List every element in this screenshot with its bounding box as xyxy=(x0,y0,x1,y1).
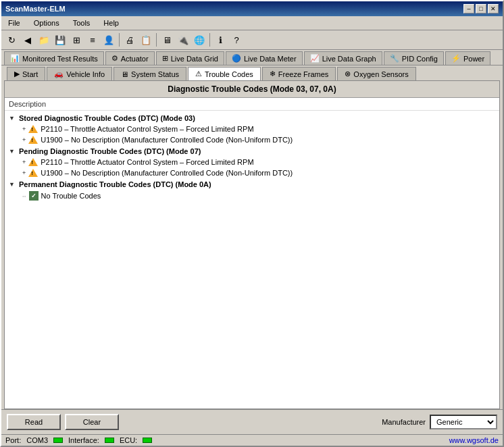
toolbar-grid[interactable]: ⊞ xyxy=(69,32,84,47)
toolbar-globe[interactable]: 🌐 xyxy=(192,32,207,47)
description-header: Description xyxy=(5,98,499,111)
close-button[interactable]: ✕ xyxy=(488,4,499,14)
ecu-label: ECU: xyxy=(120,436,137,444)
maximize-button[interactable]: □ xyxy=(476,4,486,14)
warning-icon: ⚠ xyxy=(195,70,202,78)
main-content-panel: Diagnostic Trouble Codes (Mode 03, 07, 0… xyxy=(4,81,500,409)
tab-freeze-frames[interactable]: ❄ Freeze Frames xyxy=(262,67,336,80)
start-icon: ▶ xyxy=(14,70,20,78)
tab-system-status-label: System Status xyxy=(131,70,179,78)
toolbar-open[interactable]: 📁 xyxy=(36,32,51,47)
tab-freeze-frames-label: Freeze Frames xyxy=(278,70,329,78)
tab-vehicle-info[interactable]: 🚗 Vehicle Info xyxy=(47,67,112,80)
list-item[interactable]: + U1900 – No Description (Manufacturer C… xyxy=(20,134,498,145)
tab-live-data-graph[interactable]: 📈 Live Data Graph xyxy=(304,51,382,65)
u1900-2-expand-icon: + xyxy=(22,169,26,176)
toolbar-save[interactable]: 💾 xyxy=(53,32,68,47)
warning-triangle-icon xyxy=(28,125,38,133)
window-controls: – □ ✕ xyxy=(463,4,499,14)
pid-icon: 🔧 xyxy=(390,54,399,63)
tab-oxygen-sensors-label: Oxygen Sensors xyxy=(353,70,408,78)
tab-live-data-grid-label: Live Data Grid xyxy=(171,55,218,63)
p2110-expand-icon: + xyxy=(22,126,26,132)
permanent-collapse-icon: ▼ xyxy=(9,181,15,188)
tab-system-status[interactable]: 🖥 System Status xyxy=(114,67,186,80)
list-item[interactable]: •• ✓ No Trouble Codes xyxy=(20,190,498,202)
toolbar-separator-3 xyxy=(209,33,210,47)
tab-pid-config[interactable]: 🔧 PID Config xyxy=(384,51,444,65)
u1900-2-label: U1900 – No Description (Manufacturer Con… xyxy=(41,169,293,177)
pending-collapse-icon: ▼ xyxy=(9,148,15,155)
gear-icon: ⚙ xyxy=(111,54,118,63)
no-trouble-label: No Trouble Codes xyxy=(41,192,101,200)
list-item[interactable]: + U1900 – No Description (Manufacturer C… xyxy=(20,167,498,178)
check-icon: ✓ xyxy=(29,191,39,201)
port-label: Port: xyxy=(5,436,21,444)
tab-power[interactable]: ⚡ Power xyxy=(445,51,490,65)
tab-actuator[interactable]: ⚙ Actuator xyxy=(105,51,155,65)
sensor-icon: ⊗ xyxy=(345,70,351,78)
clear-button[interactable]: Clear xyxy=(65,414,119,430)
toolbar-connect[interactable]: 🔌 xyxy=(176,32,191,47)
manufacturer-label: Manufacturer xyxy=(382,418,426,426)
port-value: COM3 xyxy=(26,436,48,444)
toolbar-separator-1 xyxy=(119,33,120,47)
tab-power-label: Power xyxy=(463,55,484,63)
pending-dtc-group: ▼ Pending Diagnostic Trouble Codes (DTC)… xyxy=(6,146,498,178)
tab-live-data-meter[interactable]: 🔵 Live Data Meter xyxy=(226,51,303,65)
tab-oxygen-sensors[interactable]: ⊗ Oxygen Sensors xyxy=(337,67,415,80)
chart-icon: 📊 xyxy=(10,54,20,63)
toolbar-back[interactable]: ◀ xyxy=(20,32,35,47)
permanent-dtc-children: •• ✓ No Trouble Codes xyxy=(20,190,498,202)
stored-dtc-label: Stored Diagnostic Trouble Codes (DTC) (M… xyxy=(19,114,195,122)
no-trouble-dot: •• xyxy=(22,193,26,199)
menu-options[interactable]: Options xyxy=(30,18,64,28)
toolbar-info[interactable]: ℹ xyxy=(213,32,228,47)
stored-collapse-icon: ▼ xyxy=(9,115,15,122)
permanent-dtc-group: ▼ Permanent Diagnostic Trouble Codes (DT… xyxy=(6,179,498,202)
menu-tools[interactable]: Tools xyxy=(69,18,95,28)
power-icon: ⚡ xyxy=(451,54,461,63)
toolbar-print[interactable]: 🖨 xyxy=(122,32,137,47)
manufacturer-select[interactable]: Generic Ford GM Toyota Honda BMW xyxy=(430,415,497,429)
toolbar-refresh[interactable]: ↻ xyxy=(4,32,19,47)
tab-trouble-codes[interactable]: ⚠ Trouble Codes xyxy=(188,67,261,80)
tab-live-data-meter-label: Live Data Meter xyxy=(244,55,297,63)
menu-bar: File Options Tools Help xyxy=(1,16,503,30)
stored-dtc-header[interactable]: ▼ Stored Diagnostic Trouble Codes (DTC) … xyxy=(6,113,498,124)
menu-help[interactable]: Help xyxy=(99,18,123,28)
u1900-expand-icon: + xyxy=(22,136,26,143)
toolbar-monitor[interactable]: 🖥 xyxy=(159,32,174,47)
status-bar: Port: COM3 Interface: ECU: www.wgsoft.de xyxy=(1,434,503,446)
tab-monitored-results[interactable]: 📊 Monitored Test Results xyxy=(4,51,104,65)
warning-triangle-icon-4 xyxy=(28,169,38,177)
u1900-label: U1900 – No Description (Manufacturer Con… xyxy=(41,136,293,144)
ecu-led xyxy=(143,438,152,443)
tab-vehicle-info-label: Vehicle Info xyxy=(66,70,105,78)
content-title: Diagnostic Trouble Codes (Mode 03, 07, 0… xyxy=(5,81,499,98)
list-item[interactable]: + P2110 – Throttle Actuator Control Syst… xyxy=(20,157,498,167)
menu-file[interactable]: File xyxy=(4,18,24,28)
permanent-dtc-header[interactable]: ▼ Permanent Diagnostic Trouble Codes (DT… xyxy=(6,179,498,190)
toolbar-copy[interactable]: 📋 xyxy=(138,32,153,47)
tab-actuator-label: Actuator xyxy=(121,55,149,63)
grid-icon: ⊞ xyxy=(162,54,168,63)
list-item[interactable]: + P2110 – Throttle Actuator Control Syst… xyxy=(20,124,498,134)
tab-monitored-results-label: Monitored Test Results xyxy=(22,55,98,63)
car-icon: 🚗 xyxy=(54,70,64,78)
website-link: www.wgsoft.de xyxy=(449,436,499,444)
tab-pid-config-label: PID Config xyxy=(402,55,438,63)
p2110-2-expand-icon: + xyxy=(22,159,26,165)
read-button[interactable]: Read xyxy=(7,414,61,430)
p2110-2-label: P2110 – Throttle Actuator Control System… xyxy=(41,158,253,166)
toolbar-user[interactable]: 👤 xyxy=(101,32,116,47)
minimize-button[interactable]: – xyxy=(463,4,474,14)
toolbar-list[interactable]: ≡ xyxy=(85,32,100,47)
toolbar-help[interactable]: ? xyxy=(229,32,244,47)
tab-start[interactable]: ▶ Start xyxy=(7,67,45,80)
pending-dtc-header[interactable]: ▼ Pending Diagnostic Trouble Codes (DTC)… xyxy=(6,146,498,157)
tab-live-data-grid[interactable]: ⊞ Live Data Grid xyxy=(156,51,224,65)
pending-dtc-children: + P2110 – Throttle Actuator Control Syst… xyxy=(20,157,498,178)
toolbar: ↻ ◀ 📁 💾 ⊞ ≡ 👤 🖨 📋 🖥 🔌 🌐 ℹ ? xyxy=(1,30,503,50)
interface-led xyxy=(105,438,114,443)
